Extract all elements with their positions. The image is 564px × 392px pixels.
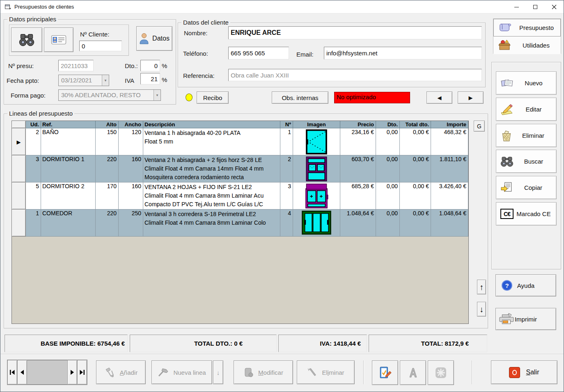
- cell-ref[interactable]: DORMITORIO 2: [41, 182, 96, 210]
- close-button[interactable]: [545, 0, 564, 14]
- cell-imagen[interactable]: [293, 210, 340, 237]
- cell-importe[interactable]: 468,32 €: [431, 128, 468, 155]
- column-header-ancho[interactable]: Ancho: [119, 121, 143, 128]
- obs-internas-button[interactable]: Obs. internas: [272, 91, 328, 104]
- cell-precio[interactable]: 234,16 €: [340, 128, 376, 155]
- nuevo-button[interactable]: Nuevo: [496, 71, 557, 95]
- cell-alto[interactable]: 150: [96, 128, 119, 155]
- cell-imagen[interactable]: [293, 182, 340, 210]
- cell-ud[interactable]: 3: [26, 155, 41, 182]
- notes-editor-button[interactable]: [372, 360, 398, 385]
- first-record-button[interactable]: [7, 360, 17, 385]
- cell-total-dto[interactable]: 0,00 €: [400, 155, 431, 182]
- cell-total-dto[interactable]: 0,00 €: [400, 128, 431, 155]
- minimize-button[interactable]: [507, 0, 526, 14]
- cell-imagen[interactable]: [293, 155, 340, 182]
- datos-button[interactable]: Datos: [136, 26, 172, 51]
- cell-ancho[interactable]: 120: [119, 128, 143, 155]
- cell-imagen[interactable]: [293, 128, 340, 155]
- buscar-button[interactable]: Buscar: [496, 150, 557, 173]
- row-selector[interactable]: ▶: [12, 128, 26, 155]
- chevron-down-icon[interactable]: ▼: [102, 75, 109, 86]
- iva-input[interactable]: [140, 73, 160, 84]
- imprimir-button[interactable]: Imprimir: [495, 308, 556, 330]
- nueva-linea-dropdown-button[interactable]: ↓: [213, 360, 223, 384]
- column-header-precio[interactable]: Precio: [340, 121, 376, 128]
- cell-dto[interactable]: 0,00: [376, 128, 400, 155]
- column-header-descripcion[interactable]: Descripción: [143, 121, 280, 128]
- nombre-input[interactable]: [228, 26, 482, 39]
- cell-importe[interactable]: 1.811,10 €: [431, 155, 468, 182]
- editar-button[interactable]: Editar: [496, 98, 557, 121]
- marcado-ce-button[interactable]: C€ Marcado CE: [496, 202, 557, 226]
- n-cliente-input[interactable]: [79, 41, 122, 51]
- fecha-ppto-dropdown[interactable]: 03/12/2021 ▼: [58, 75, 109, 86]
- column-header-numero[interactable]: Nº: [280, 121, 293, 128]
- cell-importe[interactable]: 1.048,64 €: [431, 210, 468, 237]
- previous-record-button[interactable]: ◀: [426, 91, 452, 104]
- column-header-imagen[interactable]: Imagen: [293, 121, 340, 128]
- telefono-input[interactable]: [228, 47, 289, 59]
- tab-presupuesto[interactable]: Presupuesto: [493, 19, 561, 36]
- chevron-down-icon[interactable]: ▼: [154, 90, 160, 100]
- cell-precio[interactable]: 685,28 €: [340, 182, 376, 210]
- maximize-button[interactable]: [526, 0, 545, 14]
- next-record-nav-button[interactable]: [67, 360, 77, 385]
- cell-total-dto[interactable]: 0,00 €: [400, 182, 431, 210]
- forma-pago-dropdown[interactable]: 30% ADELANTADO, RESTO ▼: [58, 89, 161, 101]
- cell-descripcion[interactable]: VENTANA 2 HOJAS + FIJO INF S-21 LE2 Clim…: [143, 182, 280, 210]
- cell-ancho[interactable]: 160: [119, 155, 143, 182]
- cell-ud[interactable]: 5: [26, 182, 41, 210]
- cell-alto[interactable]: 170: [96, 182, 119, 210]
- dto-input[interactable]: [140, 60, 160, 71]
- column-header-dto[interactable]: Dto.: [376, 121, 400, 128]
- copiar-button[interactable]: Copiar: [496, 176, 557, 199]
- eliminar-linea-button[interactable]: Eliminar: [297, 360, 355, 384]
- column-header-total-dto[interactable]: Total dto.: [400, 121, 431, 128]
- cell-ud[interactable]: 2: [26, 128, 41, 155]
- cell-alto[interactable]: 220: [96, 155, 119, 182]
- nueva-linea-button[interactable]: Nueva linea: [151, 360, 212, 384]
- cell-ud[interactable]: 1: [26, 210, 41, 237]
- email-input[interactable]: [324, 47, 482, 59]
- cell-dto[interactable]: 0,00: [376, 155, 400, 182]
- search-client-button[interactable]: [11, 27, 42, 52]
- last-record-button[interactable]: [77, 360, 87, 385]
- client-card-button[interactable]: [44, 27, 73, 52]
- cell-importe[interactable]: 3.426,40 €: [431, 182, 468, 210]
- column-header-ud[interactable]: Ud.: [26, 121, 41, 128]
- cell-precio[interactable]: 1.048,64 €: [340, 210, 376, 237]
- row-selector[interactable]: [12, 210, 26, 237]
- cell-ref[interactable]: COMEDOR: [41, 210, 96, 237]
- column-header-importe[interactable]: Importe: [431, 121, 468, 128]
- cell-ancho[interactable]: 250: [119, 210, 143, 237]
- cell-precio[interactable]: 603,70 €: [340, 155, 376, 182]
- grid-options-button[interactable]: G: [474, 121, 485, 132]
- cell-descripcion[interactable]: Ventana 2 h abisagrada + 2 fijos horz S-…: [143, 155, 280, 182]
- cell-descripcion[interactable]: Ventana 1 h abisagrada 40-20 PLATA Float…: [143, 128, 280, 155]
- referencia-input[interactable]: [228, 69, 482, 81]
- cell-numero[interactable]: 3: [280, 182, 293, 210]
- cell-dto[interactable]: 0,00: [376, 182, 400, 210]
- navigator-track[interactable]: [27, 360, 67, 385]
- font-button[interactable]: C€: [400, 360, 426, 385]
- cell-ancho[interactable]: 160: [119, 182, 143, 210]
- row-selector[interactable]: [12, 182, 26, 210]
- n-presu-input[interactable]: [58, 60, 94, 71]
- cell-alto[interactable]: 220: [96, 210, 119, 237]
- anadir-button[interactable]: Añadir: [96, 360, 146, 384]
- cell-numero[interactable]: 1: [280, 128, 293, 155]
- cell-total-dto[interactable]: 0,00 €: [400, 210, 431, 237]
- cell-numero[interactable]: 4: [280, 210, 293, 237]
- cell-ref[interactable]: BAÑO: [41, 128, 96, 155]
- recibo-button[interactable]: Recibo: [197, 91, 229, 104]
- prior-record-button[interactable]: [17, 360, 27, 385]
- column-header-alto[interactable]: Alto: [96, 121, 119, 128]
- ayuda-button[interactable]: ? Ayuda: [495, 274, 556, 296]
- cell-numero[interactable]: 2: [280, 155, 293, 182]
- freeze-button[interactable]: [428, 360, 454, 385]
- eliminar-button[interactable]: Eliminar: [496, 124, 557, 147]
- row-selector[interactable]: [12, 155, 26, 182]
- next-record-button[interactable]: ▶: [458, 91, 484, 104]
- column-header-ref[interactable]: Ref.: [41, 121, 96, 128]
